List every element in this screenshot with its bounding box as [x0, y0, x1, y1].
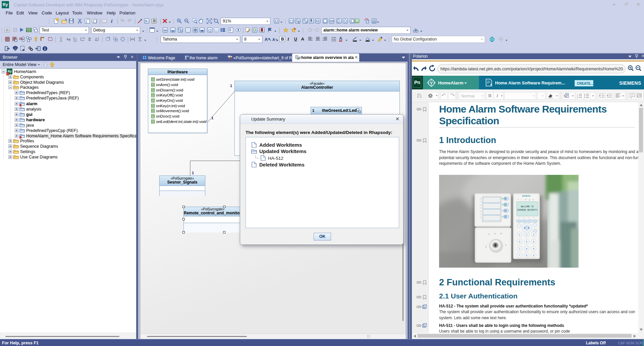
svg-text:2: 2: [526, 233, 527, 236]
svg-text:A: A: [490, 83, 492, 86]
svg-text:8: 8: [526, 248, 527, 250]
svg-text:O: O: [525, 199, 527, 201]
svg-text:O: O: [532, 199, 534, 201]
svg-text:0: 0: [526, 254, 527, 257]
svg-text:▶: ▶: [528, 227, 530, 229]
svg-text:1: 1: [505, 244, 506, 246]
svg-text:WELCOME TO: WELCOME TO: [521, 206, 534, 208]
svg-text:6: 6: [533, 240, 534, 243]
svg-text:9: 9: [533, 248, 534, 250]
svg-text:3: 3: [577, 97, 578, 98]
svg-text:2: 2: [485, 246, 487, 248]
svg-text:?: ?: [518, 199, 519, 201]
svg-text:▲: ▲: [529, 199, 530, 201]
svg-text:5: 5: [526, 240, 527, 243]
svg-text:4: 4: [519, 240, 520, 243]
svg-text:SIEMENS SECURITY: SIEMENS SECURITY: [517, 209, 538, 211]
svg-text:V: V: [430, 81, 433, 85]
svg-text:#: #: [533, 254, 534, 257]
svg-text:SIEMENS: SIEMENS: [522, 195, 531, 197]
svg-text:1: 1: [519, 233, 520, 236]
svg-text:7: 7: [519, 248, 520, 250]
svg-text:◀: ◀: [524, 227, 525, 229]
svg-text:3: 3: [533, 233, 534, 236]
